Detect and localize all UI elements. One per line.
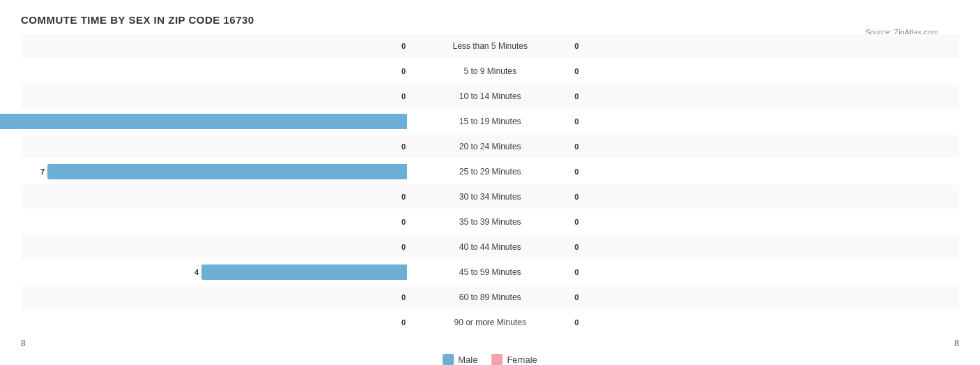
axis-right-label: 8 [563,338,959,348]
right-section: 0 [570,135,959,158]
male-label: Male [458,355,477,365]
left-section: 0 [21,311,410,334]
male-swatch [443,354,454,365]
left-section: 4 [21,260,410,284]
left-section: 0 [21,59,410,83]
row-label: 25 to 29 Minutes [410,167,570,177]
right-section: 0 [570,110,959,133]
chart-row: 020 to 24 Minutes0 [21,135,959,158]
axis-left-label: 8 [21,338,417,348]
female-zero-label: 0 [574,193,579,201]
female-swatch [491,354,503,365]
legend-female: Female [491,354,537,365]
female-zero-label: 0 [574,92,579,100]
row-label: 15 to 19 Minutes [410,117,570,126]
row-label: 5 to 9 Minutes [410,66,570,76]
chart-title: COMMUTE TIME BY SEX IN ZIP CODE 16730 [21,14,959,26]
chart-row: 725 to 29 Minutes0 [21,160,959,184]
male-zero-label: 0 [401,42,406,50]
axis-row: 8 8 [21,338,959,348]
left-section: 0 [21,84,410,108]
left-section: 0 [21,135,410,158]
male-bar [201,265,407,280]
male-zero-label: 0 [401,243,406,251]
male-zero-label: 0 [401,67,406,75]
female-zero-label: 0 [574,293,579,301]
left-section: 0 [21,34,410,58]
chart-row: 445 to 59 Minutes0 [21,260,959,284]
row-label: 60 to 89 Minutes [410,292,570,302]
male-zero-label: 0 [401,293,406,301]
female-label: Female [507,355,537,365]
chart-row: 030 to 34 Minutes0 [21,185,959,209]
legend-male: Male [443,354,477,365]
male-value-label: 7 [40,167,45,176]
row-label: 20 to 24 Minutes [410,142,570,151]
female-zero-label: 0 [574,218,579,226]
female-zero-label: 0 [574,167,579,176]
right-section: 0 [570,160,959,184]
legend: Male Female [21,354,959,365]
male-zero-label: 0 [401,218,406,226]
chart-area: 0Less than 5 Minutes005 to 9 Minutes0010… [21,34,959,334]
right-section: 0 [570,235,959,259]
left-section: 0 [21,235,410,259]
female-zero-label: 0 [574,142,579,151]
chart-row: 060 to 89 Minutes0 [21,285,959,309]
row-label: 40 to 44 Minutes [410,242,570,252]
right-section: 0 [570,210,959,234]
row-label: 35 to 39 Minutes [410,217,570,227]
female-zero-label: 0 [574,268,579,276]
right-section: 0 [570,185,959,209]
chart-row: 0Less than 5 Minutes0 [21,34,959,58]
right-section: 0 [570,311,959,334]
right-section: 0 [570,84,959,108]
chart-row: 010 to 14 Minutes0 [21,84,959,108]
chart-row: 090 or more Minutes0 [21,311,959,334]
chart-row: 815 to 19 Minutes0 [21,110,959,133]
female-zero-label: 0 [574,243,579,251]
female-zero-label: 0 [574,318,579,327]
left-section: 0 [21,185,410,209]
female-zero-label: 0 [574,117,579,126]
male-bar [0,114,407,129]
row-label: Less than 5 Minutes [410,41,570,51]
male-zero-label: 0 [401,193,406,201]
chart-row: 040 to 44 Minutes0 [21,235,959,259]
male-zero-label: 0 [401,92,406,100]
male-value-label: 4 [194,268,199,276]
male-zero-label: 0 [401,318,406,327]
row-label: 45 to 59 Minutes [410,267,570,277]
left-section: 0 [21,210,410,234]
right-section: 0 [570,260,959,284]
chart-row: 05 to 9 Minutes0 [21,59,959,83]
chart-row: 035 to 39 Minutes0 [21,210,959,234]
left-section: 0 [21,285,410,309]
row-label: 90 or more Minutes [410,318,570,327]
male-zero-label: 0 [401,142,406,151]
male-bar [47,164,407,179]
row-label: 30 to 34 Minutes [410,192,570,202]
left-section: 8 [21,110,410,133]
female-zero-label: 0 [574,67,579,75]
right-section: 0 [570,285,959,309]
right-section: 0 [570,34,959,58]
left-section: 7 [21,160,410,184]
row-label: 10 to 14 Minutes [410,91,570,101]
female-zero-label: 0 [574,42,579,50]
right-section: 0 [570,59,959,83]
